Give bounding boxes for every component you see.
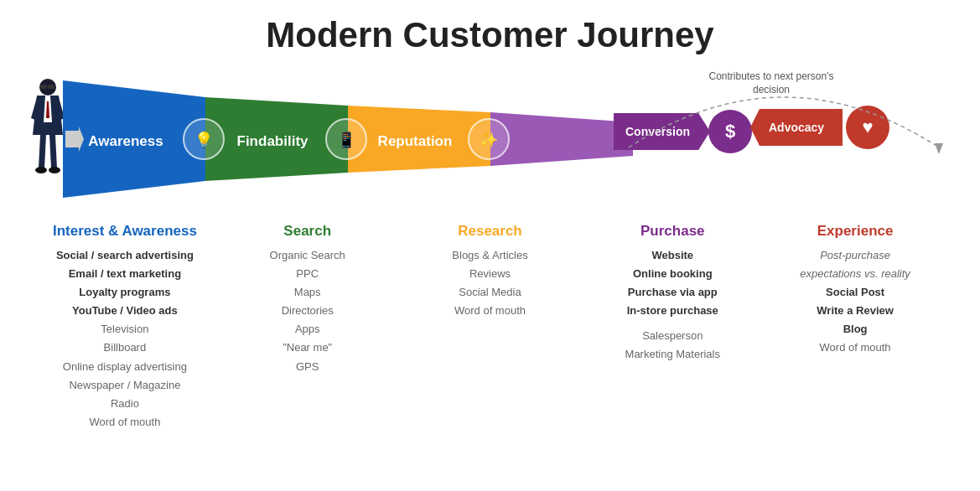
svg-rect-1 <box>40 85 47 89</box>
conversion-section: Conversion $ <box>614 110 752 153</box>
columns-area: Interest & AwarenessSocial / search adve… <box>17 214 963 432</box>
journey-container: Awareness Findability Reputation 💡 📱 ✨ C… <box>0 64 980 432</box>
col-1-item-4: Apps <box>221 320 394 339</box>
col-1-item-0: Organic Search <box>221 246 394 265</box>
column-2: ResearchBlogs & ArticlesReviewsSocial Me… <box>399 223 582 432</box>
conversion-label: Conversion <box>614 113 710 150</box>
column-0: Interest & AwarenessSocial / search adve… <box>34 223 216 432</box>
col-0-item-8: Radio <box>39 395 211 413</box>
col-3-item-0: Website <box>586 246 759 265</box>
col-0-item-0: Social / search advertising <box>39 246 211 265</box>
col-0-item-3: YouTube / Video ads <box>39 302 211 320</box>
col-3-item-2: Purchase via app <box>586 283 759 302</box>
column-4: ExperiencePost-purchaseexpectations vs. … <box>764 223 946 432</box>
col-4-item-1: expectations vs. reality <box>769 265 941 283</box>
col-0-item-5: Billboard <box>39 339 211 357</box>
col-2-item-0: Blogs & Articles <box>404 246 577 265</box>
dollar-circle: $ <box>708 110 752 153</box>
funnel-area: Awareness Findability Reputation 💡 📱 ✨ C… <box>17 64 963 214</box>
column-3: PurchaseWebsiteOnline bookingPurchase vi… <box>581 223 764 432</box>
col-3-item-5: Salesperson <box>586 327 759 345</box>
advocacy-section: Advocacy ♥ <box>750 106 889 149</box>
col-3-item-3: In-store purchase <box>586 302 759 320</box>
column-title-2: Research <box>404 223 577 240</box>
col-0-item-1: Email / text marketing <box>39 265 211 283</box>
col-4-item-0: Post-purchase <box>769 246 941 265</box>
col-4-item-3: Write a Review <box>769 302 941 320</box>
svg-text:Reputation: Reputation <box>378 133 453 149</box>
col-4-item-5: Word of mouth <box>769 339 941 357</box>
column-title-1: Search <box>221 223 394 240</box>
svg-text:Findability: Findability <box>237 133 309 149</box>
heart-circle: ♥ <box>846 106 889 149</box>
col-3-item-1: Online booking <box>586 265 759 283</box>
col-0-item-4: Television <box>39 320 211 339</box>
col-4-item-4: Blog <box>769 320 941 339</box>
col-1-item-5: "Near me" <box>221 339 394 357</box>
svg-text:💡: 💡 <box>194 131 214 149</box>
col-0-item-2: Loyalty programs <box>39 283 211 302</box>
col-1-item-1: PPC <box>221 265 394 283</box>
col-1-item-6: GPS <box>221 358 394 376</box>
advocacy-label: Advocacy <box>750 109 843 146</box>
svg-marker-17 <box>490 112 633 166</box>
page-title: Modern Customer Journey <box>0 0 980 64</box>
col-1-item-2: Maps <box>221 283 394 302</box>
col-3-item-6: Marketing Materials <box>586 345 759 364</box>
col-1-item-3: Directories <box>221 302 394 320</box>
col-2-item-2: Social Media <box>404 283 577 302</box>
col-2-item-3: Word of mouth <box>404 302 577 320</box>
col-0-item-7: Newspaper / Magazine <box>39 376 211 395</box>
svg-point-12 <box>49 167 60 173</box>
annotation-text: Contributes to next person's decision <box>704 70 838 96</box>
column-title-0: Interest & Awareness <box>39 223 211 240</box>
svg-text:✨: ✨ <box>480 131 499 149</box>
svg-marker-10 <box>49 135 57 168</box>
svg-marker-27 <box>935 143 943 154</box>
col-0-item-6: Online display advertising <box>39 358 211 376</box>
svg-marker-9 <box>39 135 46 168</box>
svg-point-11 <box>35 167 47 173</box>
svg-text:Awareness: Awareness <box>88 133 163 149</box>
svg-marker-13 <box>65 127 84 152</box>
funnel-svg: Awareness Findability Reputation 💡 📱 ✨ <box>63 80 633 198</box>
column-1: SearchOrganic SearchPPCMapsDirectoriesAp… <box>216 223 399 432</box>
col-2-item-1: Reviews <box>404 265 577 283</box>
col-0-item-9: Word of mouth <box>39 413 211 432</box>
col-4-item-2: Social Post <box>769 283 941 302</box>
column-title-4: Experience <box>769 223 941 240</box>
svg-text:📱: 📱 <box>337 131 356 149</box>
svg-rect-2 <box>48 85 54 89</box>
column-title-3: Purchase <box>586 223 759 240</box>
